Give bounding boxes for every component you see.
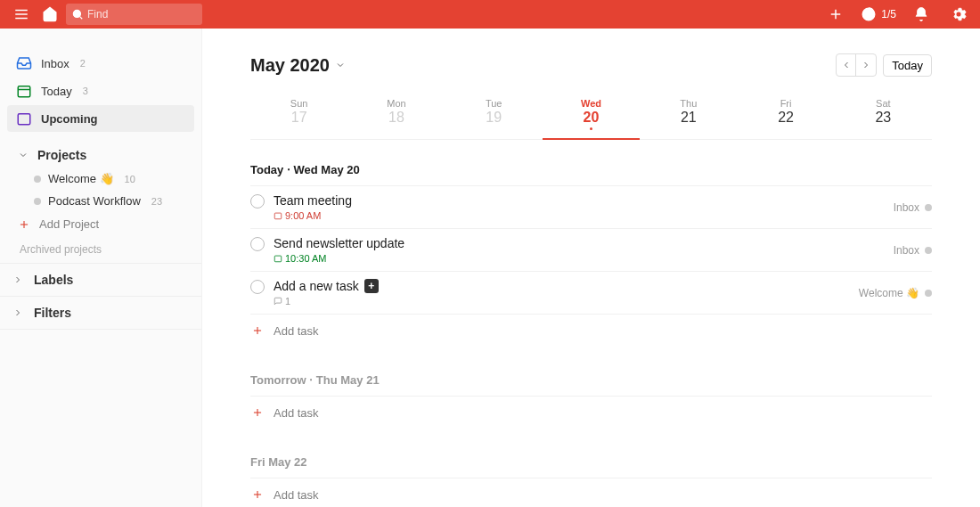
task-project[interactable]: Welcome 👋 xyxy=(859,287,932,299)
week-nav xyxy=(836,53,877,77)
day-tue[interactable]: Tue19 xyxy=(445,93,543,139)
nav-label: Today xyxy=(41,85,72,98)
svg-rect-16 xyxy=(274,213,282,219)
project-label: Podcast Workflow xyxy=(48,194,141,208)
nav-today[interactable]: Today 3 xyxy=(7,78,194,104)
task-checkbox[interactable] xyxy=(250,280,265,294)
topbar: 1/5 xyxy=(0,0,980,29)
section-fri-title: Fri May 22 xyxy=(250,455,932,469)
task-row[interactable]: Add a new task+ 1 Welcome 👋 xyxy=(250,272,932,315)
next-week-button[interactable] xyxy=(856,54,876,76)
plus-badge-icon: + xyxy=(364,279,379,293)
home-icon[interactable] xyxy=(37,2,62,27)
task-checkbox[interactable] xyxy=(250,237,265,251)
add-icon[interactable] xyxy=(823,2,848,27)
calendar-icon xyxy=(274,211,282,220)
project-dot xyxy=(34,176,41,183)
projects-header[interactable]: Projects xyxy=(7,143,194,168)
nav-inbox[interactable]: Inbox 2 xyxy=(7,50,194,77)
add-task-button[interactable]: Add task xyxy=(250,478,932,507)
month-selector[interactable]: May 2020 xyxy=(250,55,346,76)
plus-icon xyxy=(18,218,30,231)
settings-icon[interactable] xyxy=(946,2,971,27)
section-today-title: Today ‧ Wed May 20 xyxy=(250,163,932,176)
chevron-down-icon xyxy=(335,60,346,70)
today-icon xyxy=(16,83,32,99)
day-wed[interactable]: Wed20 xyxy=(543,93,640,139)
day-fri[interactable]: Fri22 xyxy=(737,93,834,139)
nav-label: Inbox xyxy=(41,57,69,70)
project-label: Welcome 👋 xyxy=(48,172,114,185)
plus-icon xyxy=(250,405,265,420)
project-dot xyxy=(34,198,41,205)
day-sun[interactable]: Sun17 xyxy=(250,93,347,139)
nav-count: 3 xyxy=(83,86,88,96)
svg-line-4 xyxy=(80,17,83,20)
inbox-icon xyxy=(16,55,32,71)
day-thu[interactable]: Thu21 xyxy=(640,93,737,139)
task-time: 9:00 AM xyxy=(274,210,321,221)
archived-projects[interactable]: Archived projects xyxy=(7,236,194,263)
today-button[interactable]: Today xyxy=(883,54,932,77)
project-dot xyxy=(925,204,932,211)
chevron-right-icon xyxy=(11,306,25,320)
filters-header[interactable]: Filters xyxy=(0,296,201,330)
task-checkbox[interactable] xyxy=(250,194,265,209)
search-input[interactable] xyxy=(87,8,197,20)
search-box[interactable] xyxy=(66,4,202,25)
sidebar: Inbox 2 Today 3 Upcoming Projects Welcom… xyxy=(0,29,202,507)
comment-icon xyxy=(274,297,282,306)
upcoming-icon xyxy=(16,110,32,127)
day-sat[interactable]: Sat23 xyxy=(835,93,932,139)
search-icon xyxy=(71,7,84,21)
task-comments: 1 xyxy=(274,296,290,307)
chevron-right-icon xyxy=(11,273,25,287)
nav-label: Upcoming xyxy=(41,112,98,126)
svg-rect-10 xyxy=(18,114,30,125)
project-podcast[interactable]: Podcast Workflow 23 xyxy=(7,190,194,212)
project-welcome[interactable]: Welcome 👋 10 xyxy=(7,168,194,190)
task-time: 10:30 AM xyxy=(274,253,326,264)
calendar-icon xyxy=(274,254,282,263)
project-dot xyxy=(925,290,932,297)
add-task-button[interactable]: Add task xyxy=(250,397,932,429)
task-project[interactable]: Inbox xyxy=(894,201,932,214)
prev-week-button[interactable] xyxy=(837,54,856,76)
main: May 2020 Today Sun17 Mon18 Tue19 Wed20 T… xyxy=(202,29,980,507)
week-grid: Sun17 Mon18 Tue19 Wed20 Thu21 Fri22 Sat2… xyxy=(250,93,932,140)
svg-rect-8 xyxy=(18,86,30,97)
svg-rect-17 xyxy=(274,256,282,262)
nav-count: 2 xyxy=(80,58,86,69)
project-count: 23 xyxy=(151,196,162,207)
productivity-count: 1/5 xyxy=(881,8,896,20)
task-project[interactable]: Inbox xyxy=(894,244,932,257)
notifications-icon[interactable] xyxy=(909,2,934,27)
productivity-button[interactable]: 1/5 xyxy=(861,6,896,22)
menu-icon[interactable] xyxy=(9,2,34,27)
chevron-down-icon xyxy=(16,148,30,162)
svg-point-7 xyxy=(863,8,876,20)
task-row[interactable]: Send newsletter update 10:30 AM Inbox xyxy=(250,229,932,272)
add-task-button[interactable]: Add task xyxy=(250,315,932,347)
productivity-icon xyxy=(861,6,877,22)
task-row[interactable]: Team meeting 9:00 AM Inbox xyxy=(250,186,932,229)
day-mon[interactable]: Mon18 xyxy=(347,93,445,139)
task-title: Add a new task+ xyxy=(274,279,850,293)
nav-upcoming[interactable]: Upcoming xyxy=(7,105,194,132)
section-tomorrow-title: Tomorrow ‧ Thu May 21 xyxy=(250,373,932,387)
plus-icon xyxy=(250,323,265,338)
task-title: Send newsletter update xyxy=(274,236,885,250)
project-dot xyxy=(925,247,932,254)
svg-point-3 xyxy=(73,10,80,17)
add-project-button[interactable]: Add Project xyxy=(7,212,194,236)
task-title: Team meeting xyxy=(274,193,885,208)
labels-header[interactable]: Labels xyxy=(0,263,201,296)
plus-icon xyxy=(250,487,265,502)
project-count: 10 xyxy=(125,174,135,184)
